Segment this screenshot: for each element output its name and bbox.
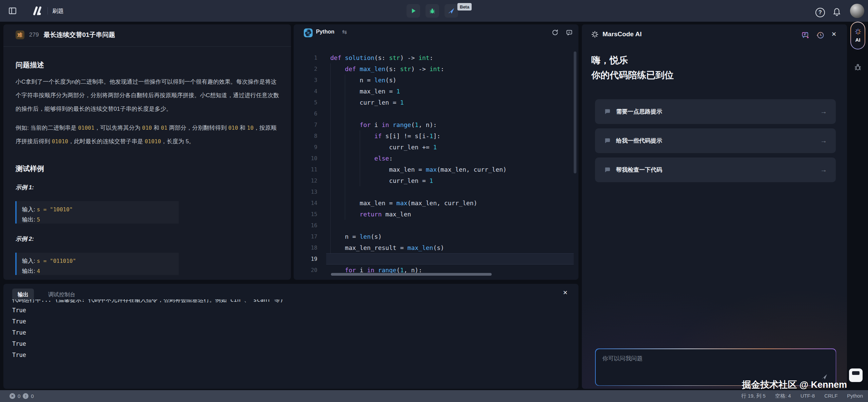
ai-suggestion-card[interactable]: 给我一些代码提示→	[595, 128, 836, 153]
inline-code: 010	[142, 125, 152, 131]
description-example-paragraph: 例如: 当前的二进制串是 01001，可以先将其分为 010 和 01 两部分，…	[16, 121, 282, 148]
status-bar: ✕ 0 ! 0 行 19, 列 5空格: 4UTF-8CRLFPython	[0, 390, 868, 402]
language-tab[interactable]: Python	[316, 29, 334, 35]
submit-button[interactable]	[445, 4, 458, 18]
sidebar-toggle-icon[interactable]	[8, 6, 17, 15]
status-item[interactable]: 行 19, 列 5	[741, 393, 766, 399]
ai-close-icon[interactable]: ✕	[831, 30, 836, 38]
code-text	[326, 253, 574, 265]
code-line-13[interactable]: 13	[294, 186, 574, 197]
code-text: return max_len	[326, 209, 574, 220]
code-line-2[interactable]: 2 def max_len(s: str) -> int:	[294, 63, 574, 75]
code-text: for i in range(1, n):	[326, 119, 574, 130]
line-number: 7	[294, 122, 326, 128]
status-item[interactable]: CRLF	[824, 393, 837, 399]
status-item[interactable]: Python	[847, 393, 863, 399]
code-line-15[interactable]: 15 return max_len	[294, 209, 574, 220]
example-output-line: 输出: 5	[22, 215, 179, 225]
code-line-1[interactable]: 1def solution(s: str) -> int:	[294, 52, 574, 63]
ai-sidebar-button[interactable]: AI	[850, 22, 865, 49]
line-number: 13	[294, 189, 326, 195]
code-line-11[interactable]: 11 max_len = max(max_len, curr_len)	[294, 164, 574, 175]
debug-sidebar-icon[interactable]	[854, 63, 862, 71]
line-number: 18	[294, 245, 326, 251]
code-text: curr_len = 1	[326, 175, 574, 186]
horizontal-scrollbar[interactable]	[331, 273, 492, 276]
description-paragraph: 小C拿到了一个长度为n的二进制串。他发现通过一些操作可以得到一个很有趣的效果。每…	[16, 75, 282, 116]
code-text: max_len_result = max_len(s)	[326, 242, 574, 253]
example-output-line: 输出: 4	[22, 266, 179, 276]
error-count: 0	[18, 393, 20, 399]
code-editor-panel: Python ⇆ 1def solution(s: str) -> int:2 …	[294, 24, 578, 280]
code-line-14[interactable]: 14 max_len = max(max_len, curr_len)	[294, 197, 574, 209]
code-text: def max_len(s: str) -> int:	[326, 63, 574, 75]
ai-badge-label: AI	[855, 37, 861, 43]
ai-greeting-line1: 嗨，悦乐	[591, 54, 628, 66]
marscode-ai-panel: MarsCode AI ✕ 嗨，悦乐 你的代码陪练已到位 需要一点思路提示→给我…	[582, 24, 847, 389]
vertical-scrollbar[interactable]	[574, 51, 576, 173]
status-items: 行 19, 列 5空格: 4UTF-8CRLFPython	[741, 393, 863, 399]
line-number: 4	[294, 88, 326, 94]
panel-toggle-icon[interactable]	[849, 368, 863, 382]
status-item[interactable]: 空格: 4	[775, 393, 791, 399]
inline-code: 01010	[145, 138, 161, 145]
problems-summary[interactable]: ✕ 0 ! 0	[9, 393, 34, 399]
code-line-8[interactable]: 8 if s[i] != s[i-1]:	[294, 130, 574, 142]
description-heading: 问题描述	[16, 60, 44, 70]
ai-panel-title: MarsCode AI	[603, 30, 642, 38]
code-text: n = len(s)	[326, 231, 574, 242]
text: 和	[238, 125, 247, 131]
inline-code: 10	[247, 125, 254, 131]
difficulty-badge: 难	[16, 30, 24, 39]
line-number: 3	[294, 77, 326, 83]
console-close-icon[interactable]: ✕	[563, 289, 568, 296]
ai-suggestion-card[interactable]: 帮我检查一下代码→	[595, 157, 836, 182]
reset-code-icon[interactable]	[551, 29, 559, 36]
chat-bubble-icon	[604, 137, 611, 144]
help-icon[interactable]: ?	[815, 8, 825, 17]
code-text	[326, 108, 574, 119]
line-number: 9	[294, 144, 326, 150]
tab-output[interactable]: 输出	[12, 289, 34, 301]
code-line-5[interactable]: 5 curr_len = 1	[294, 97, 574, 108]
ai-suggestion-card[interactable]: 需要一点思路提示→	[595, 99, 836, 124]
code-line-17[interactable]: 17 n = len(s)	[294, 231, 574, 242]
code-line-3[interactable]: 3 n = len(s)	[294, 75, 574, 86]
history-icon[interactable]	[816, 31, 825, 39]
inline-code: 01	[161, 125, 167, 131]
new-chat-icon[interactable]	[802, 31, 810, 39]
code-text	[326, 220, 574, 231]
code-line-9[interactable]: 9 curr_len += 1	[294, 142, 574, 153]
code-line-10[interactable]: 10 else:	[294, 153, 574, 164]
code-line-12[interactable]: 12 curr_len = 1	[294, 175, 574, 186]
top-bar: 刷题 Beta ?	[0, 0, 868, 22]
marscode-logo[interactable]	[31, 5, 43, 16]
console-line: True	[12, 338, 568, 350]
run-button[interactable]	[407, 4, 420, 18]
samples-heading: 测试样例	[16, 164, 44, 173]
debug-button[interactable]	[426, 4, 439, 18]
feedback-icon[interactable]	[566, 29, 573, 36]
code-line-6[interactable]: 6	[294, 108, 574, 119]
code-line-7[interactable]: 7 for i in range(1, n):	[294, 119, 574, 130]
user-avatar[interactable]	[850, 4, 864, 18]
code-text: n = len(s)	[326, 75, 574, 86]
tab-debug-console[interactable]: 调试控制台	[45, 289, 79, 301]
editor-tab-bar: Python ⇆	[294, 24, 578, 41]
example-2-label: 示例 2:	[16, 235, 34, 243]
inline-code: 010	[228, 125, 238, 131]
status-item[interactable]: UTF-8	[801, 393, 815, 399]
example-2-block: 输入: s = "011010" 输出: 4	[15, 253, 179, 275]
console-line: True	[12, 350, 568, 361]
code-line-18[interactable]: 18 max_len_result = max_len(s)	[294, 242, 574, 253]
code-line-19[interactable]: 19	[294, 253, 574, 265]
paper-plane-icon	[448, 7, 455, 14]
code-line-16[interactable]: 16	[294, 220, 574, 231]
notification-bell-icon[interactable]	[832, 7, 841, 16]
switch-language-icon[interactable]: ⇆	[342, 28, 347, 36]
code-text: max_len = max(max_len, curr_len)	[326, 164, 574, 175]
problem-id: 279	[29, 31, 39, 38]
code-line-4[interactable]: 4 max_len = 1	[294, 86, 574, 97]
text: ，此时最长的连续交替子串是	[68, 138, 145, 145]
code-area[interactable]: 1def solution(s: str) -> int:2 def max_l…	[294, 52, 574, 276]
